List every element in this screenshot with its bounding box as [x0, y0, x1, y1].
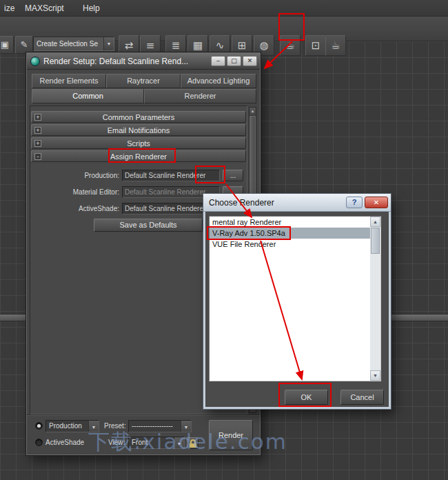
- list-item-mental-ray[interactable]: mental ray Renderer: [210, 217, 370, 228]
- ok-button[interactable]: OK: [285, 390, 328, 405]
- menu-customize[interactable]: ize: [1, 0, 17, 17]
- rollout-title: Email Notifications: [32, 125, 245, 136]
- renderer-list: mental ray Renderer V-Ray Adv 1.50.SP4a …: [209, 216, 381, 381]
- window-title: Render Setup: Default Scanline Rend...: [43, 57, 211, 66]
- production-renderer-field[interactable]: Default Scanline Renderer: [122, 170, 220, 181]
- chevron-down-icon[interactable]: ▼: [103, 37, 114, 50]
- menu-help[interactable]: Help: [80, 0, 103, 17]
- material-editor-label: Material Editor:: [59, 188, 122, 196]
- production-mode-value: Production: [46, 421, 88, 432]
- close-button[interactable]: ✕: [365, 197, 388, 208]
- tab-common[interactable]: Common: [32, 89, 144, 103]
- render-production-icon[interactable]: ☕: [325, 35, 346, 56]
- app-icon: [30, 57, 40, 66]
- named-selection-icon[interactable]: ▣: [0, 36, 14, 54]
- tab-raytracer[interactable]: Raytracer: [106, 74, 181, 88]
- rollout-scripts[interactable]: + Scripts: [31, 137, 246, 149]
- scroll-down-icon[interactable]: ▼: [370, 370, 380, 381]
- chevron-down-icon[interactable]: ▼: [88, 421, 99, 432]
- chevron-down-icon[interactable]: ▼: [174, 437, 184, 448]
- named-selection-set-combo[interactable]: Create Selection Se ▼: [33, 37, 114, 51]
- maximize-button[interactable]: □: [227, 56, 241, 66]
- lock-view-button[interactable]: [187, 437, 198, 449]
- production-label: Production:: [59, 172, 122, 179]
- help-button[interactable]: ?: [346, 197, 363, 208]
- scroll-up-icon[interactable]: ▲: [370, 217, 380, 227]
- menu-maxscript[interactable]: MAXScript: [22, 0, 67, 17]
- cancel-button[interactable]: Cancel: [340, 390, 384, 405]
- tab-render-elements[interactable]: Render Elements: [32, 74, 106, 88]
- tab-renderer[interactable]: Renderer: [144, 89, 256, 103]
- menu-bar: ize MAXScript Help: [0, 0, 448, 17]
- view-value: Front: [129, 437, 174, 448]
- list-item-vue[interactable]: VUE File Renderer: [210, 239, 370, 250]
- choose-renderer-titlebar[interactable]: Choose Renderer ? ✕: [203, 194, 391, 212]
- activeshade-mode-radio[interactable]: [35, 439, 43, 446]
- rollout-email-notifications[interactable]: + Email Notifications: [31, 124, 246, 136]
- production-renderer-row: Production: Default Scanline Renderer ..…: [59, 169, 252, 181]
- rollout-title: Assign Renderer: [32, 151, 245, 162]
- render-setup-icon[interactable]: ☕: [280, 35, 301, 56]
- named-selection-set-value: Create Selection Se: [34, 37, 103, 50]
- preset-label: Preset:: [104, 420, 126, 432]
- choose-renderer-window: Choose Renderer ? ✕ mental ray Renderer …: [203, 194, 391, 409]
- minimize-button[interactable]: ‒: [211, 56, 225, 66]
- main-toolbar: ▣ ✎ Create Selection Se ▼ ⇄ ≡ ≣ ▦ ∿ ⊞ ◍ …: [0, 17, 448, 41]
- render-setup-titlebar[interactable]: Render Setup: Default Scanline Rend... ‒…: [27, 53, 260, 70]
- scroll-up-icon[interactable]: ▲: [250, 108, 256, 115]
- view-label: View:: [108, 437, 125, 449]
- preset-select[interactable]: ------------------ ▼: [128, 420, 192, 432]
- production-mode-select[interactable]: Production ▼: [45, 420, 99, 432]
- chevron-down-icon[interactable]: ▼: [181, 421, 191, 432]
- view-select[interactable]: Front ▼: [128, 437, 185, 449]
- close-button[interactable]: ✕: [243, 56, 257, 66]
- rollout-common-parameters[interactable]: + Common Parameters: [31, 111, 246, 123]
- list-item-vray[interactable]: V-Ray Adv 1.50.SP4a: [210, 228, 370, 239]
- rendered-frame-window-icon[interactable]: ⊡: [305, 35, 326, 56]
- scrollbar-thumb[interactable]: [371, 228, 380, 254]
- save-as-defaults-button[interactable]: Save as Defaults: [94, 219, 203, 232]
- list-scrollbar[interactable]: ▲ ▼: [370, 217, 380, 381]
- rollout-title: Common Parameters: [32, 112, 245, 123]
- activeshade-mode-label: ActiveShade: [45, 437, 84, 449]
- rollout-assign-renderer[interactable]: - Assign Renderer: [31, 150, 246, 162]
- preset-value: ------------------: [129, 421, 181, 432]
- window-title: Choose Renderer: [203, 198, 346, 208]
- rollout-title: Scripts: [32, 138, 245, 149]
- tab-advanced-lighting[interactable]: Advanced Lighting: [181, 74, 256, 88]
- edit-selection-set-icon[interactable]: ✎: [15, 36, 33, 54]
- render-button[interactable]: Render: [209, 420, 253, 450]
- activeshade-label: ActiveShade:: [59, 205, 122, 212]
- production-browse-button[interactable]: ...: [223, 170, 243, 181]
- production-mode-radio[interactable]: [35, 422, 43, 430]
- render-setup-footer: Production ▼ Preset: ------------------ …: [27, 414, 260, 454]
